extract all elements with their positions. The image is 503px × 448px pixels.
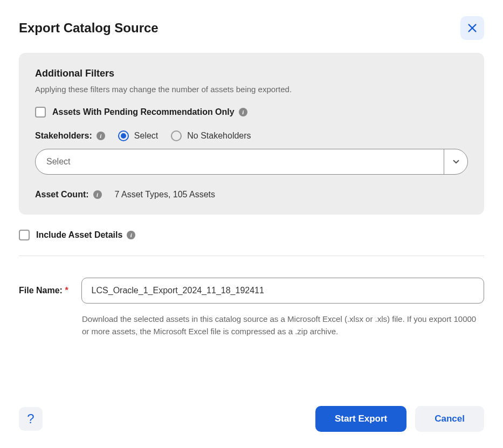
stakeholders-select-arrow[interactable] [444, 149, 467, 174]
required-indicator: * [65, 286, 68, 295]
include-details-label: Include Asset Details i [36, 230, 135, 240]
pending-recommendation-checkbox[interactable] [35, 107, 46, 118]
filename-help: Download the selected assets in this cat… [82, 313, 484, 337]
radio-select-option[interactable]: Select [118, 130, 158, 141]
filename-row: File Name: * [19, 278, 484, 304]
stakeholders-label: Stakeholders: i [35, 131, 105, 141]
filters-subtitle: Applying these filters may change the nu… [35, 85, 468, 94]
info-icon[interactable]: i [97, 132, 105, 140]
asset-count-label: Asset Count: i [35, 190, 102, 199]
start-export-button[interactable]: Start Export [315, 406, 406, 432]
stakeholders-select[interactable]: Select [35, 149, 468, 175]
info-icon[interactable]: i [127, 231, 135, 239]
close-button[interactable] [460, 16, 484, 40]
asset-count-row: Asset Count: i 7 Asset Types, 105 Assets [35, 190, 468, 199]
radio-no-stakeholders-option[interactable]: No Stakeholders [171, 130, 251, 141]
info-icon[interactable]: i [93, 190, 102, 199]
close-icon [466, 22, 478, 34]
pending-recommendation-row: Assets With Pending Recommendation Only … [35, 107, 468, 118]
asset-count-value: 7 Asset Types, 105 Assets [115, 190, 215, 199]
include-details-checkbox[interactable] [19, 230, 30, 240]
radio-no-stakeholders[interactable] [171, 130, 182, 141]
radio-select-label: Select [134, 131, 158, 141]
stakeholders-select-value[interactable]: Select [36, 149, 444, 174]
filename-input[interactable] [81, 278, 484, 304]
dialog-header: Export Catalog Source [19, 16, 484, 40]
footer-actions: Start Export Cancel [315, 406, 484, 432]
info-icon[interactable]: i [239, 108, 247, 116]
filters-title: Additional Filters [35, 68, 468, 79]
help-button[interactable]: ? [19, 407, 43, 431]
filename-label: File Name: * [19, 286, 68, 295]
filters-panel: Additional Filters Applying these filter… [19, 53, 484, 215]
pending-recommendation-label: Assets With Pending Recommendation Only … [52, 107, 247, 117]
export-dialog: Export Catalog Source Additional Filters… [0, 0, 503, 448]
chevron-down-icon [451, 157, 461, 167]
cancel-button[interactable]: Cancel [415, 406, 484, 432]
dialog-footer: ? Start Export Cancel [19, 395, 484, 432]
dialog-title: Export Catalog Source [19, 20, 159, 36]
include-details-row: Include Asset Details i [19, 230, 484, 256]
radio-select[interactable] [118, 130, 129, 141]
radio-no-stakeholders-label: No Stakeholders [187, 131, 251, 141]
stakeholders-row: Stakeholders: i Select No Stakeholders [35, 130, 468, 141]
